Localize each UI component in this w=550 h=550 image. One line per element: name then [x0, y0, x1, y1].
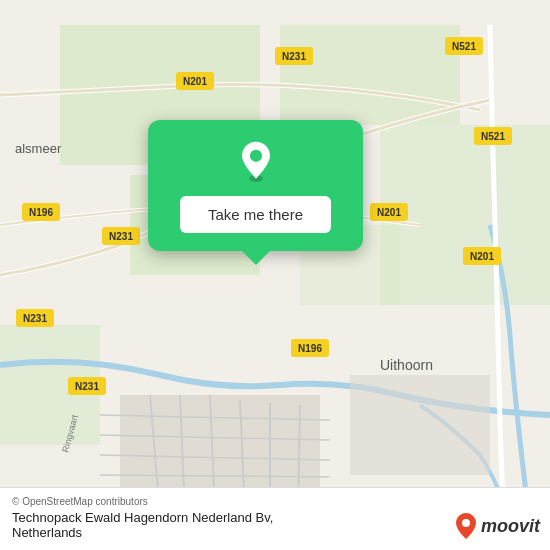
map-container: N521 N521 N231 N231 N231 N231 N201 N201 …: [0, 0, 550, 550]
copyright-text: © OpenStreetMap contributors: [12, 496, 538, 507]
svg-rect-8: [350, 375, 490, 475]
map-svg: N521 N521 N231 N231 N231 N231 N201 N201 …: [0, 0, 550, 550]
location-name: Technopack Ewald Hagendorn Nederland Bv,: [12, 510, 273, 525]
moovit-brand-text: moovit: [481, 516, 540, 537]
location-country: Netherlands: [12, 525, 273, 540]
svg-text:N231: N231: [75, 381, 99, 392]
moovit-pin-icon: [455, 512, 477, 540]
svg-text:N201: N201: [377, 207, 401, 218]
location-pin-icon: [235, 140, 277, 182]
svg-point-35: [249, 150, 261, 162]
bottom-bar: © OpenStreetMap contributors Technopack …: [0, 487, 550, 550]
svg-rect-2: [280, 25, 460, 125]
svg-point-36: [462, 519, 470, 527]
svg-text:N231: N231: [23, 313, 47, 324]
svg-text:N201: N201: [183, 76, 207, 87]
svg-text:N231: N231: [282, 51, 306, 62]
svg-text:N521: N521: [481, 131, 505, 142]
svg-text:N231: N231: [109, 231, 133, 242]
svg-text:alsmeer: alsmeer: [15, 141, 62, 156]
svg-text:Uithoorn: Uithoorn: [380, 357, 433, 373]
popup-card: Take me there: [148, 120, 363, 251]
take-me-there-button[interactable]: Take me there: [180, 196, 331, 233]
svg-text:N196: N196: [298, 343, 322, 354]
svg-text:N196: N196: [29, 207, 53, 218]
svg-text:N201: N201: [470, 251, 494, 262]
moovit-logo: moovit: [455, 512, 540, 540]
svg-text:N521: N521: [452, 41, 476, 52]
